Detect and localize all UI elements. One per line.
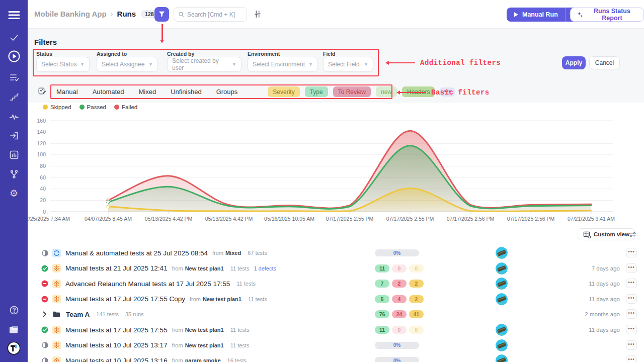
run-row-main: Team A141 tests35 runs (41, 307, 144, 322)
apply-button[interactable]: Apply (562, 56, 586, 69)
run-title[interactable]: Advanced Relaunch Manual tests at 17 Jul… (65, 280, 230, 288)
run-results: 1100 (375, 264, 424, 273)
breadcrumb-project[interactable]: Mobile Banking App (34, 10, 107, 18)
search-input[interactable] (187, 11, 243, 18)
status-failed-icon (41, 280, 48, 287)
filter-select-environment[interactable]: Select Environment▼ (248, 57, 318, 72)
cancel-button[interactable]: Cancel (589, 56, 620, 69)
assignee-avatar (496, 247, 508, 259)
row-menu-button[interactable]: ••• (626, 355, 637, 362)
run-title[interactable]: Manual tests at 10 Jul 2025 13:16 (65, 357, 168, 362)
tests-count: 11 tests (230, 265, 250, 272)
row-menu-button[interactable]: ••• (626, 263, 637, 273)
basic-filter-tag-severity[interactable]: Severity (268, 86, 299, 97)
run-row[interactable]: Manual tests at 17 Jul 2025 17:55fromNew… (28, 322, 644, 337)
bulk-edit-icon[interactable] (38, 86, 47, 98)
run-row[interactable]: Manual tests at 21 Jul 2025 12:41fromNew… (28, 261, 644, 276)
manual-run-type-icon (52, 356, 61, 362)
filter-label-status: Status (36, 51, 52, 57)
sidebar-list-check-icon[interactable] (0, 71, 28, 84)
sidebar-help-icon[interactable] (0, 303, 28, 317)
run-row[interactable]: Team A141 tests35 runs7624412 months ago… (28, 307, 644, 322)
basic-filter-manual[interactable]: Manual (56, 88, 78, 96)
run-source: New test plan1 (203, 296, 242, 302)
run-row[interactable]: Manual & automated tests at 25 Jul 2025 … (28, 245, 644, 260)
search-box[interactable] (174, 7, 247, 22)
legend-item-passed[interactable]: Passed (79, 104, 106, 110)
row-menu-button[interactable]: ••• (626, 340, 637, 350)
row-menu-button[interactable]: ••• (626, 309, 637, 319)
filter-select-field[interactable]: Select Field▼ (323, 57, 373, 72)
runs-status-report-button[interactable]: Runs Status Report (570, 8, 644, 22)
assignee-avatar (496, 278, 508, 290)
breadcrumb-separator-icon: › (111, 10, 113, 18)
svg-text:120: 120 (37, 140, 46, 146)
passed-count-badge: 5 (375, 295, 389, 303)
filter-toggle-button[interactable] (154, 7, 169, 22)
tests-count: 16 tests (227, 357, 247, 362)
run-title[interactable]: Manual tests at 17 Jul 2025 17:55 Copy (65, 295, 185, 303)
run-row[interactable]: Manual tests at 17 Jul 2025 17:55 Copyfr… (28, 292, 644, 307)
sidebar-check-icon[interactable] (0, 31, 28, 44)
row-menu-button[interactable]: ••• (626, 279, 637, 288)
folder-icon (52, 311, 60, 318)
status-passed-icon (41, 265, 48, 272)
row-menu-button[interactable]: ••• (626, 294, 637, 304)
manual-run-button[interactable]: Manual Run (507, 8, 579, 22)
basic-filter-mixed[interactable]: Mixed (139, 88, 156, 96)
basic-filter-tag-type[interactable]: Type (305, 86, 328, 97)
filter-select-assigned-to[interactable]: Select Assignee▼ (97, 57, 158, 72)
table-settings-icon[interactable] (628, 230, 637, 241)
expand-chevron-icon[interactable] (42, 311, 47, 317)
sidebar-report-icon[interactable] (0, 148, 28, 161)
chevron-down-icon: ▼ (232, 62, 236, 67)
run-title[interactable]: Manual tests at 21 Jul 2025 12:41 (65, 264, 168, 272)
sparkles-icon (577, 11, 583, 19)
basic-filter-unfinished[interactable]: Unfinished (171, 88, 201, 96)
tests-count: 67 tests (248, 250, 267, 256)
run-title[interactable]: Manual tests at 10 Jul 2025 13:17 (65, 341, 168, 349)
more-filters-button[interactable]: ••• (440, 87, 455, 97)
basic-filter-tag-to-review[interactable]: To Review (333, 86, 371, 97)
run-title[interactable]: Manual & automated tests at 25 Jul 2025 … (65, 249, 208, 257)
legend-item-failed[interactable]: Failed (114, 104, 137, 110)
sidebar-play-circle-icon[interactable] (0, 50, 28, 63)
run-title[interactable]: Manual tests at 17 Jul 2025 17:55 (65, 326, 168, 334)
run-time: 7 days ago (592, 265, 620, 272)
defects-link[interactable]: 1 defects (254, 265, 276, 272)
filter-select-created-by[interactable]: Select created by user▼ (167, 57, 242, 72)
custom-view-button[interactable]: Custom view (578, 228, 635, 240)
row-menu-button[interactable]: ••• (626, 248, 637, 257)
legend-item-skipped[interactable]: Skipped (43, 104, 71, 110)
from-label: from (172, 265, 183, 272)
basic-filter-groups[interactable]: Groups (216, 88, 238, 96)
run-row-main: Manual tests at 10 Jul 2025 13:16frompar… (41, 353, 247, 362)
status-failed-icon (41, 296, 48, 303)
sidebar-menu-icon[interactable] (0, 9, 28, 22)
x-axis-label: 05/13/2025 4:42 PM (196, 216, 262, 222)
run-results: 0% (375, 356, 419, 362)
filter-select-status[interactable]: Select Status▼ (36, 57, 90, 72)
run-row[interactable]: Advanced Relaunch Manual tests at 17 Jul… (28, 276, 644, 291)
sidebar-logo-t-icon[interactable] (0, 341, 28, 355)
breadcrumb: Mobile Banking App › Runs 128 (34, 10, 158, 18)
sidebar-projects-icon[interactable] (0, 322, 28, 336)
row-menu-button[interactable]: ••• (626, 325, 637, 334)
sidebar-import-icon[interactable] (0, 129, 28, 142)
x-axis-label: 05/16/2025 10:05 AM (257, 216, 322, 222)
manual-run-type-icon (52, 341, 61, 349)
basic-filter-tag-new[interactable]: new (376, 86, 397, 97)
svg-text:40: 40 (40, 186, 46, 192)
basic-filter-tag-headers[interactable]: Headers (402, 86, 435, 97)
sidebar-branch-icon[interactable] (0, 167, 28, 180)
basic-filter-automated[interactable]: Automated (93, 88, 124, 96)
search-settings-icon[interactable] (253, 10, 262, 21)
run-row[interactable]: Manual tests at 10 Jul 2025 13:16frompar… (28, 353, 644, 362)
sidebar-steps-icon[interactable] (0, 90, 28, 104)
sidebar-activity-icon[interactable] (0, 110, 28, 123)
run-row[interactable]: Manual tests at 10 Jul 2025 13:17fromNew… (28, 338, 644, 353)
sidebar-gear-icon[interactable]: ⚙ (0, 187, 28, 200)
svg-text:160: 160 (37, 118, 46, 124)
status-in-progress-icon (42, 342, 48, 348)
run-title[interactable]: Team A (66, 311, 90, 318)
